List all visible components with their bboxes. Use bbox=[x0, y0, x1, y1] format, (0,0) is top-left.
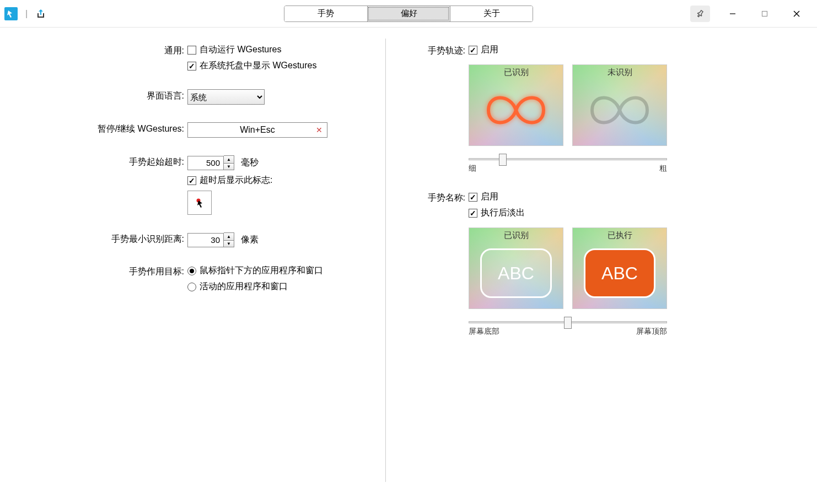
name-preview-executed[interactable]: 已执行 ABC bbox=[572, 227, 667, 309]
start-timeout-input[interactable] bbox=[187, 156, 224, 170]
name-preview-recognized[interactable]: 已识别 ABC bbox=[469, 227, 563, 309]
name-position-slider[interactable]: 屏幕底部 屏幕顶部 bbox=[469, 321, 667, 337]
show-badge-label[interactable]: 超时后显示此标志: bbox=[200, 175, 272, 186]
close-button[interactable] bbox=[781, 3, 813, 25]
target-pointer-radio[interactable] bbox=[187, 267, 196, 275]
target-pointer-label[interactable]: 鼠标指针下方的应用程序和窗口 bbox=[200, 265, 323, 277]
right-pane: 手势轨迹: 启用 已识别 未识 bbox=[386, 39, 817, 504]
preview-title: 已执行 bbox=[573, 228, 666, 243]
general-label: 通用: bbox=[22, 44, 187, 57]
language-select[interactable]: 系统 bbox=[187, 89, 265, 105]
target-active-radio[interactable] bbox=[187, 283, 196, 291]
abc-pill-ghost: ABC bbox=[480, 248, 552, 298]
spinner-up-icon[interactable]: ▲ bbox=[224, 156, 234, 163]
preview-title: 已识别 bbox=[469, 65, 563, 80]
content: 通用: 自动运行 WGestures 在系统托盘中显示 WGestures 界面… bbox=[0, 28, 817, 504]
slider-max-label: 屏幕顶部 bbox=[636, 327, 667, 337]
min-dist-spinner[interactable]: ▲ ▼ bbox=[187, 232, 234, 247]
timeout-badge-preview bbox=[187, 191, 212, 215]
trail-preview-recognized[interactable]: 已识别 bbox=[469, 64, 563, 146]
target-label: 手势作用目标: bbox=[22, 265, 187, 278]
spinner-down-icon[interactable]: ▼ bbox=[224, 240, 234, 247]
dist-unit: 像素 bbox=[241, 234, 259, 246]
slider-max-label: 粗 bbox=[659, 164, 667, 174]
name-label: 手势名称: bbox=[419, 191, 469, 204]
name-fade-label[interactable]: 执行后淡出 bbox=[481, 207, 525, 219]
hotkey-input[interactable]: Win+Esc ✕ bbox=[187, 122, 327, 138]
tray-checkbox[interactable] bbox=[187, 62, 196, 71]
app-icon bbox=[4, 7, 18, 20]
target-active-label[interactable]: 活动的应用程序和窗口 bbox=[200, 281, 288, 292]
tab-preferences[interactable]: 偏好 bbox=[367, 6, 450, 21]
trail-label: 手势轨迹: bbox=[419, 44, 469, 57]
abc-pill-solid: ABC bbox=[584, 248, 655, 298]
tab-gestures[interactable]: 手势 bbox=[284, 6, 367, 21]
min-dist-label: 手势最小识别距离: bbox=[22, 232, 187, 245]
slider-thumb[interactable] bbox=[499, 154, 507, 166]
preview-title: 已识别 bbox=[469, 228, 563, 243]
autorun-label[interactable]: 自动运行 WGestures bbox=[200, 44, 281, 56]
preview-title: 未识别 bbox=[573, 65, 666, 80]
slider-min-label: 细 bbox=[469, 164, 476, 174]
titlebar-left: | bbox=[4, 7, 46, 20]
slider-thumb[interactable] bbox=[564, 317, 572, 329]
svg-rect-1 bbox=[762, 11, 767, 16]
name-enable-checkbox[interactable] bbox=[469, 193, 477, 202]
start-timeout-label: 手势起始超时: bbox=[22, 155, 187, 168]
timeout-unit: 毫秒 bbox=[241, 157, 259, 169]
spinner-up-icon[interactable]: ▲ bbox=[224, 233, 234, 240]
window-controls bbox=[690, 3, 813, 25]
slider-min-label: 屏幕底部 bbox=[469, 327, 499, 337]
minimize-button[interactable] bbox=[717, 3, 749, 25]
name-enable-label[interactable]: 启用 bbox=[481, 191, 498, 203]
spinner-down-icon[interactable]: ▼ bbox=[224, 163, 234, 170]
tab-group: 手势 偏好 关于 bbox=[284, 6, 533, 22]
trail-enable-checkbox[interactable] bbox=[469, 46, 477, 55]
hotkey-label: 暂停/继续 WGestures: bbox=[22, 122, 187, 135]
hotkey-clear-icon[interactable]: ✕ bbox=[316, 126, 322, 134]
start-timeout-spinner[interactable]: ▲ ▼ bbox=[187, 155, 234, 170]
left-pane: 通用: 自动运行 WGestures 在系统托盘中显示 WGestures 界面… bbox=[0, 39, 386, 482]
show-badge-checkbox[interactable] bbox=[187, 176, 196, 185]
share-icon[interactable] bbox=[35, 8, 46, 19]
pin-button[interactable] bbox=[690, 6, 710, 22]
name-fade-checkbox[interactable] bbox=[469, 209, 477, 218]
hotkey-value: Win+Esc bbox=[240, 125, 275, 135]
titlebar-divider: | bbox=[23, 9, 30, 19]
language-label: 界面语言: bbox=[22, 89, 187, 102]
trail-enable-label[interactable]: 启用 bbox=[481, 44, 498, 56]
titlebar: | 手势 偏好 关于 bbox=[0, 0, 817, 28]
min-dist-input[interactable] bbox=[187, 233, 224, 247]
trail-preview-unrecognized[interactable]: 未识别 bbox=[572, 64, 667, 146]
autorun-checkbox[interactable] bbox=[187, 46, 196, 55]
trail-thickness-slider[interactable]: 细 粗 bbox=[469, 158, 667, 174]
tray-label[interactable]: 在系统托盘中显示 WGestures bbox=[200, 60, 316, 72]
tab-about[interactable]: 关于 bbox=[450, 6, 533, 21]
maximize-button bbox=[749, 3, 781, 25]
